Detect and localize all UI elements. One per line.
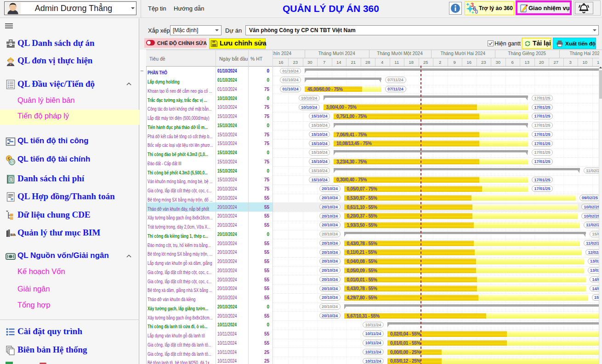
svg-text:$: $: [11, 160, 13, 164]
svg-text:BIM: BIM: [11, 233, 16, 237]
svg-text:$: $: [10, 177, 12, 182]
svg-text:0: 0: [475, 9, 478, 15]
